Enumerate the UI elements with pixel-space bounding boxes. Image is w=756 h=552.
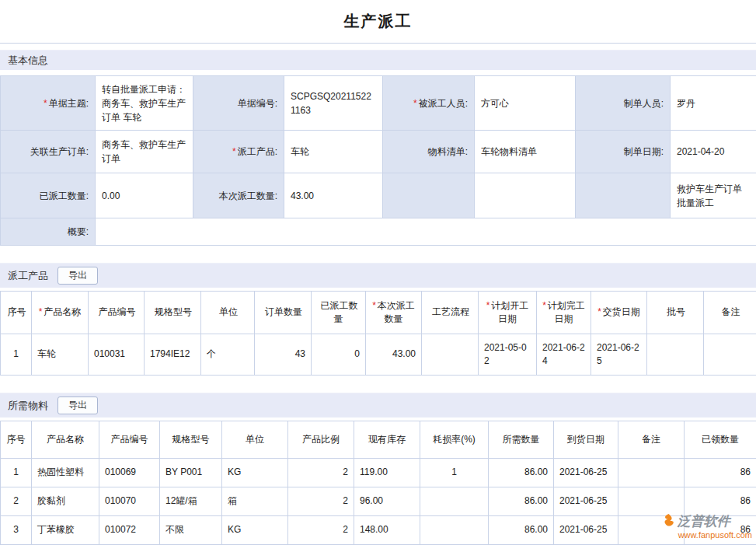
cell-current-qty: 43.00: [366, 334, 422, 376]
required-asterisk: *: [232, 146, 236, 157]
related-order-value: 商务车、救护车生产订单: [96, 131, 193, 173]
col-label: 产品名称: [44, 306, 81, 317]
col-seq: 序号: [1, 292, 32, 334]
col-label: 产品编号: [99, 306, 136, 317]
col-label: 计划完工日期: [548, 300, 585, 324]
product-label: 派工产品:: [238, 146, 277, 157]
col-ratio: 产品比例: [288, 421, 354, 459]
fanpu-logo-icon: [661, 513, 676, 530]
col-product-code: 产品编号: [89, 292, 145, 334]
materials-section-header: 所需物料 导出: [0, 393, 756, 417]
cell-spec: 1794IE12: [145, 334, 201, 376]
required-asterisk: *: [372, 300, 376, 311]
col-label: 批号: [667, 306, 685, 317]
watermark-brand-text: 泛普软件: [678, 515, 730, 529]
bom-label: 物料清单:: [383, 131, 475, 173]
vendor-watermark: 泛普软件 www.fanpusoft.com: [661, 513, 752, 540]
basic-info-row-3: 已派工数量: 0.00 本次派工数量: 43.00 救护车生产订单 批量派工: [1, 173, 756, 218]
dispatch-products-title: 派工产品: [8, 269, 48, 283]
cell-seq: 3: [1, 516, 32, 545]
required-asterisk: *: [542, 300, 546, 311]
cell-ratio: 2: [288, 459, 354, 487]
basic-info-table: *单据主题: 转自批量派工申请：商务车、救护车生产订单 车轮 单据编号: SCP…: [0, 75, 756, 246]
cell-spec: BY P001: [160, 459, 222, 487]
note-value: 救护车生产订单 批量派工: [671, 173, 756, 218]
cell-arrival-date: 2021-06-25: [554, 516, 618, 545]
col-current-qty: *本次派工数量: [366, 292, 422, 334]
col-label: 订单数量: [265, 306, 302, 317]
current-qty-value: 43.00: [284, 173, 383, 218]
page-title: 生产派工: [344, 11, 413, 32]
col-arrival-date: 到货日期: [554, 421, 618, 459]
cell-remark: [618, 487, 685, 516]
summary-value: [96, 218, 756, 246]
col-remark: 备注: [618, 421, 685, 459]
related-order-label: 关联生产订单:: [1, 131, 96, 173]
dispatch-products-table: 序号 *产品名称 产品编号 规格型号 单位 订单数量 已派工数量 *本次派工数量…: [0, 291, 756, 376]
col-product-name: *产品名称: [32, 292, 89, 334]
summary-label: 概要:: [1, 218, 96, 246]
col-spec: 规格型号: [145, 292, 201, 334]
col-stock: 现有库存: [354, 421, 420, 459]
required-asterisk: *: [597, 306, 601, 317]
assignee-value: 方可心: [475, 76, 576, 131]
required-asterisk: *: [486, 300, 490, 311]
cell-plan-start: 2021-05-02: [479, 334, 537, 376]
cell-product-name: 丁苯橡胶: [32, 516, 99, 545]
cell-product-name: 车轮: [32, 334, 89, 376]
basic-info-row-1: *单据主题: 转自批量派工申请：商务车、救护车生产订单 车轮 单据编号: SCP…: [1, 76, 756, 131]
cell-process: [422, 334, 479, 376]
cell-seq: 1: [1, 459, 32, 487]
basic-info-row-4: 概要:: [1, 218, 756, 246]
cell-required-qty: 86.00: [489, 487, 554, 516]
subject-value: 转自批量派工申请：商务车、救护车生产订单 车轮: [96, 76, 193, 131]
col-label: 计划开工日期: [491, 300, 528, 324]
current-qty-label: 本次派工数量:: [193, 173, 284, 218]
basic-info-title: 基本信息: [8, 54, 48, 68]
materials-export-button[interactable]: 导出: [57, 397, 98, 414]
col-unit: 单位: [201, 292, 255, 334]
basic-info-row-2: 关联生产订单: 商务车、救护车生产订单 *派工产品: 车轮 物料清单: 车轮物料…: [1, 131, 756, 173]
watermark-brand-row: 泛普软件: [661, 513, 730, 530]
cell-dispatched-qty: 0: [312, 334, 366, 376]
cell-stock: 96.00: [354, 487, 420, 516]
create-date-value: 2021-04-20: [671, 131, 756, 173]
col-label: 规格型号: [155, 306, 192, 317]
cell-received-qty: 86: [685, 487, 756, 516]
col-order-qty: 订单数量: [255, 292, 312, 334]
col-label: 序号: [8, 306, 26, 317]
creator-label: 制单人员:: [576, 76, 671, 131]
empty-value-cell: [475, 173, 576, 218]
col-label: 已派工数量: [321, 300, 358, 324]
cell-loss-rate: 1: [420, 459, 489, 487]
cell-received-qty: 86: [685, 459, 756, 487]
product-label-cell: *派工产品:: [193, 131, 284, 173]
col-label: 工艺流程: [432, 306, 469, 317]
col-product-name: 产品名称: [32, 421, 99, 459]
cell-product-code: 010031: [89, 334, 145, 376]
cell-required-qty: 86.00: [489, 459, 554, 487]
cell-stock: 148.00: [354, 516, 420, 545]
cell-plan-end: 2021-06-24: [537, 334, 591, 376]
dispatched-qty-value: 0.00: [96, 173, 193, 218]
col-dispatched-qty: 已派工数量: [312, 292, 366, 334]
cell-spec: 12罐/箱: [160, 487, 222, 516]
empty-label-cell: [576, 173, 671, 218]
materials-table: 序号 产品名称 产品编号 规格型号 单位 产品比例 现有库存 耗损率(%) 所需…: [0, 421, 756, 545]
doc-no-label: 单据编号:: [193, 76, 284, 131]
cell-remark: [704, 334, 756, 376]
cell-loss-rate: [420, 487, 489, 516]
col-product-code: 产品编号: [99, 421, 160, 459]
cell-arrival-date: 2021-06-25: [554, 487, 618, 516]
col-label: 单位: [219, 306, 238, 317]
empty-label-cell: [383, 173, 475, 218]
material-row: 1 热固性塑料 010069 BY P001 KG 2 119.00 1 86.…: [1, 459, 756, 487]
cell-product-code: 010069: [99, 459, 160, 487]
col-seq: 序号: [1, 421, 32, 459]
subject-label: 单据主题:: [49, 98, 89, 109]
product-value: 车轮: [284, 131, 383, 173]
dispatch-product-row: 1 车轮 010031 1794IE12 个 43 0 43.00 2021-0…: [1, 334, 756, 376]
cell-seq: 1: [1, 334, 32, 376]
cell-remark: [618, 459, 685, 487]
dispatch-products-export-button[interactable]: 导出: [57, 267, 98, 284]
